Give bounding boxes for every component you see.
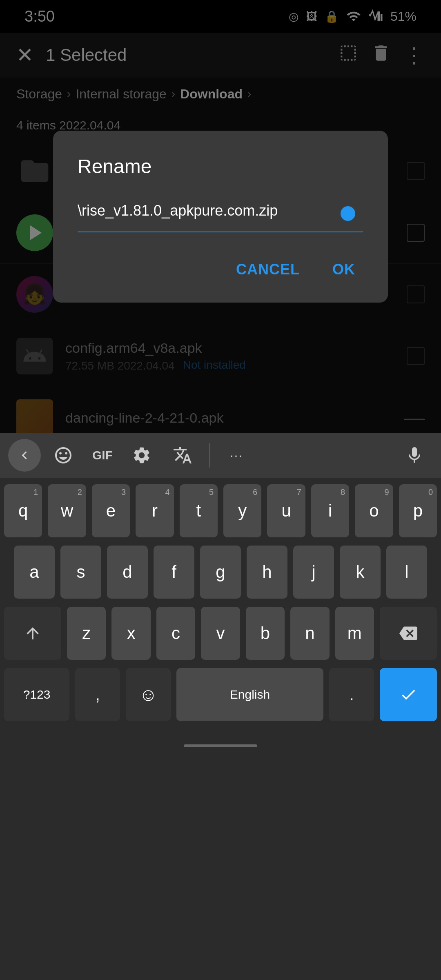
key-space-english[interactable]: English — [176, 668, 323, 721]
home-bar-area — [0, 729, 441, 762]
key-v[interactable]: v — [201, 607, 240, 660]
cancel-button[interactable]: CANCEL — [228, 253, 308, 286]
toolbar-divider — [209, 443, 210, 468]
key-s[interactable]: s — [60, 546, 101, 599]
key-j[interactable]: j — [293, 546, 334, 599]
keyboard-emoji-sticker-button[interactable] — [45, 437, 82, 474]
ok-button[interactable]: OK — [324, 253, 363, 286]
home-bar — [184, 744, 257, 747]
dialog-input-container — [78, 198, 363, 232]
key-x[interactable]: x — [111, 607, 150, 660]
dialog-buttons: CANCEL OK — [78, 253, 363, 286]
key-row-1: 1q 2w 3e 4r 5t 6y 7u 8i 9o 0p — [4, 484, 437, 537]
key-row-4: ?123 , ☺ English . — [4, 668, 437, 721]
key-p[interactable]: 0p — [399, 484, 437, 537]
rename-dialog: Rename CANCEL OK — [53, 131, 388, 303]
key-backspace[interactable] — [380, 607, 437, 660]
keyboard-back-button[interactable] — [8, 439, 41, 472]
key-m[interactable]: m — [335, 607, 374, 660]
key-i[interactable]: 8i — [311, 484, 349, 537]
key-numbers[interactable]: ?123 — [4, 668, 69, 721]
keyboard-area: GIF ··· 1q 2w 3e 4r 5t 6y — [0, 433, 441, 980]
key-q[interactable]: 1q — [4, 484, 42, 537]
key-row-2: a s d f g h j k l — [4, 546, 437, 599]
key-comma[interactable]: , — [75, 668, 120, 721]
key-c[interactable]: c — [156, 607, 195, 660]
key-enter[interactable] — [380, 668, 437, 721]
key-h[interactable]: h — [247, 546, 287, 599]
dialog-title: Rename — [78, 155, 363, 178]
keyboard-settings-button[interactable] — [123, 437, 160, 474]
key-emoji[interactable]: ☺ — [126, 668, 171, 721]
key-z[interactable]: z — [67, 607, 106, 660]
dialog-overlay: Rename CANCEL OK — [0, 0, 441, 433]
key-r[interactable]: 4r — [136, 484, 174, 537]
text-cursor — [341, 206, 355, 221]
key-t[interactable]: 5t — [180, 484, 218, 537]
key-k[interactable]: k — [340, 546, 381, 599]
key-n[interactable]: n — [290, 607, 329, 660]
rename-input[interactable] — [78, 198, 363, 232]
key-period[interactable]: . — [329, 668, 374, 721]
key-f[interactable]: f — [154, 546, 194, 599]
key-b[interactable]: b — [246, 607, 285, 660]
keyboard-translate-button[interactable] — [164, 437, 201, 474]
key-l[interactable]: l — [386, 546, 427, 599]
key-a[interactable]: a — [14, 546, 55, 599]
key-shift[interactable] — [4, 607, 61, 660]
key-o[interactable]: 9o — [355, 484, 393, 537]
key-u[interactable]: 7u — [267, 484, 305, 537]
keyboard-keys: 1q 2w 3e 4r 5t 6y 7u 8i 9o 0p a s d f g … — [0, 478, 441, 721]
key-e[interactable]: 3e — [92, 484, 130, 537]
keyboard-toolbar: GIF ··· — [0, 433, 441, 478]
key-w[interactable]: 2w — [48, 484, 86, 537]
key-row-3: z x c v b n m — [4, 607, 437, 660]
keyboard-more-button[interactable]: ··· — [218, 437, 255, 474]
key-g[interactable]: g — [200, 546, 241, 599]
key-d[interactable]: d — [107, 546, 148, 599]
keyboard-mic-button[interactable] — [396, 437, 433, 474]
keyboard-gif-button[interactable]: GIF — [86, 448, 119, 462]
key-y[interactable]: 6y — [223, 484, 261, 537]
